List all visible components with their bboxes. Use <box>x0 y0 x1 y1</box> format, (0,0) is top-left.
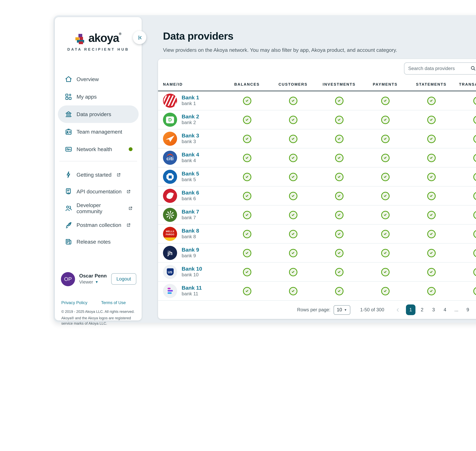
table-row[interactable]: WELLS FARGO Bank 8 bank 8 <box>158 225 476 244</box>
sidebar-nav-item[interactable]: Data providers <box>58 106 139 123</box>
provider-name-link[interactable]: Bank 1 <box>182 94 199 101</box>
check-circle-icon <box>381 173 389 181</box>
table-row[interactable]: Bank 5 bank 5 <box>158 168 476 187</box>
page-button-9[interactable]: 9 <box>463 304 473 315</box>
table-row[interactable]: Bank 6 bank 6 <box>158 187 476 206</box>
sidebar-resource-link[interactable]: Getting started <box>58 166 139 183</box>
main-panel: akoya® DATA RECIPIENT HUB Overview My ap… <box>53 15 476 323</box>
check-circle-icon <box>289 154 297 162</box>
rocket-icon <box>64 221 73 229</box>
product-check-cell <box>454 192 476 200</box>
product-check-cell <box>270 287 316 295</box>
provider-name-link[interactable]: Bank 5 <box>182 170 199 177</box>
sidebar-resource-link[interactable]: Developer community <box>58 200 139 217</box>
sidebar-resource-link[interactable]: Release notes <box>58 233 139 250</box>
product-check-cell <box>362 268 408 276</box>
check-circle-icon <box>289 230 297 238</box>
check-circle-icon <box>243 154 251 162</box>
check-circle-icon <box>335 268 343 276</box>
collapse-left-icon <box>136 34 143 41</box>
sidebar-resource-link[interactable]: Postman collection <box>58 217 139 233</box>
table-row[interactable]: D Bank 2 bank 2 <box>158 110 476 129</box>
product-check-cell <box>224 287 270 295</box>
collapse-sidebar-button[interactable] <box>133 31 146 44</box>
table-row[interactable]: US Bank 10 bank 10 <box>158 263 476 282</box>
provider-name-link[interactable]: Bank 6 <box>182 189 199 196</box>
provider-id: bank 9 <box>182 253 199 259</box>
product-check-cell <box>316 211 362 219</box>
check-circle-icon <box>289 287 297 295</box>
column-header: PAYMENTS <box>362 82 408 86</box>
external-link-icon <box>127 189 131 194</box>
product-check-cell <box>224 135 270 143</box>
provider-name-link[interactable]: Bank 7 <box>182 209 199 215</box>
check-circle-icon <box>243 268 251 276</box>
previous-page-button[interactable] <box>394 306 401 313</box>
page-button-3[interactable]: 3 <box>429 304 438 315</box>
data-providers-card: NAME/IDBALANCESCUSTOMERSINVESTMENTSPAYME… <box>158 59 476 319</box>
check-circle-icon <box>473 173 476 181</box>
doc-code-icon <box>64 187 73 196</box>
product-check-cell <box>408 268 454 276</box>
provider-name-link[interactable]: Bank 10 <box>182 266 202 272</box>
provider-id: bank 3 <box>182 139 199 145</box>
table-row[interactable]: citi Bank 4 bank 4 <box>158 148 476 168</box>
product-check-cell <box>224 96 270 105</box>
check-circle-icon <box>289 173 297 181</box>
check-circle-icon <box>243 96 251 105</box>
product-check-cell <box>408 211 454 219</box>
provider-name-link[interactable]: Bank 3 <box>182 132 199 139</box>
check-circle-icon <box>243 287 251 295</box>
table-row[interactable]: Bank 3 bank 3 <box>158 129 476 148</box>
check-circle-icon <box>289 96 297 105</box>
product-check-cell <box>454 230 476 238</box>
provider-name-link[interactable]: Bank 4 <box>182 151 199 158</box>
sidebar-nav-item[interactable]: Network health <box>58 140 139 158</box>
table-row[interactable]: Bank 11 bank 11 <box>158 282 476 301</box>
provider-name-link[interactable]: Bank 9 <box>182 247 199 253</box>
provider-name-link[interactable]: Bank 11 <box>182 285 202 291</box>
check-circle-icon <box>473 230 476 238</box>
check-circle-icon <box>381 268 389 276</box>
bank-icon <box>64 110 73 118</box>
check-circle-icon <box>243 115 251 124</box>
product-check-cell <box>454 115 476 124</box>
check-circle-icon <box>381 154 389 162</box>
check-circle-icon <box>335 135 343 143</box>
table-row[interactable]: Bank 1 bank 1 <box>158 91 476 110</box>
bank-5-logo-icon <box>163 170 177 184</box>
page-button-4[interactable]: 4 <box>440 304 450 315</box>
page-button-10[interactable]: 10 <box>475 304 476 315</box>
product-check-cell <box>316 230 362 238</box>
privacy-policy-link[interactable]: Privacy Policy <box>61 300 87 305</box>
product-check-cell <box>316 173 362 181</box>
page-button-1[interactable]: 1 <box>406 304 415 315</box>
product-check-cell <box>362 115 408 124</box>
sidebar-nav-item[interactable]: My apps <box>58 88 139 106</box>
product-check-cell <box>224 192 270 200</box>
people-icon <box>64 204 73 212</box>
table-row[interactable]: jh Bank 9 bank 9 <box>158 244 476 263</box>
sidebar-nav-item[interactable]: Overview <box>58 70 139 88</box>
column-header: INVESTMENTS <box>316 82 362 86</box>
provider-id: bank 8 <box>182 234 199 240</box>
trademark-text: Akoya® and the Akoya logos are registere… <box>61 315 138 326</box>
rows-per-page-select[interactable]: 10 ▼ <box>333 305 350 314</box>
logout-button[interactable]: Logout <box>111 273 136 285</box>
user-role-dropdown[interactable]: Viewer▼ <box>79 279 107 285</box>
check-circle-icon <box>473 287 476 295</box>
bank-8-logo-icon: WELLS FARGO <box>163 227 177 241</box>
table-row[interactable]: Bank 7 bank 7 <box>158 206 476 225</box>
product-check-cell <box>408 287 454 295</box>
check-circle-icon <box>335 249 343 257</box>
provider-name-link[interactable]: Bank 8 <box>182 228 199 234</box>
column-header: STATEMENTS <box>408 82 454 86</box>
page-button-2[interactable]: 2 <box>417 304 427 315</box>
sidebar-resource-link[interactable]: API documentation <box>58 183 139 200</box>
search-input[interactable] <box>404 63 476 75</box>
provider-name-link[interactable]: Bank 2 <box>182 113 199 120</box>
sidebar-nav-item[interactable]: Team management <box>58 123 139 140</box>
pulse-icon <box>64 145 73 153</box>
page-title: Data providers <box>163 31 234 42</box>
terms-of-use-link[interactable]: Terms of Use <box>101 300 126 305</box>
